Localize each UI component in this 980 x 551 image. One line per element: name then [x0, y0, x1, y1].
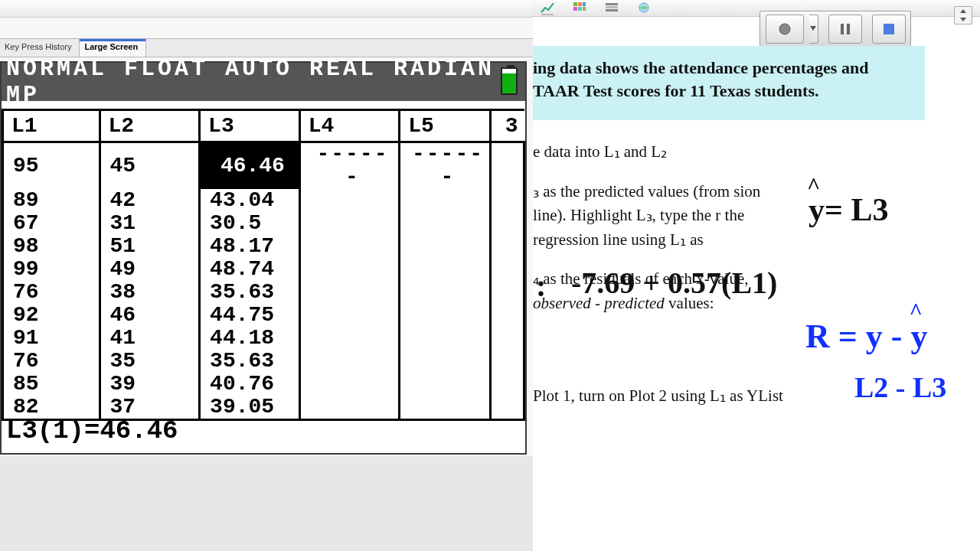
- cell-l3-11[interactable]: 39.05: [200, 396, 300, 420]
- svg-marker-16: [960, 9, 966, 13]
- cell-l3-8[interactable]: 44.18: [200, 327, 300, 350]
- svg-rect-4: [573, 7, 577, 11]
- cell-l4-empty[interactable]: ------: [299, 142, 400, 190]
- cell-l1-9[interactable]: 76: [3, 350, 100, 373]
- cell-l2-5[interactable]: 49: [100, 258, 200, 281]
- cell-l2-4[interactable]: 51: [100, 235, 200, 258]
- emulator-tabs: Key Press History Large Screen: [0, 38, 533, 57]
- col-header-l2[interactable]: L2: [100, 110, 200, 142]
- record-dropdown[interactable]: [809, 15, 818, 44]
- cell-l2-9[interactable]: 35: [100, 350, 200, 373]
- table-icon[interactable]: [605, 2, 619, 15]
- cell-pad: [490, 142, 524, 190]
- step-predicted: ₃ as the predicted values (from sion lin…: [533, 180, 980, 253]
- cell-l5-empty[interactable]: ------: [400, 142, 491, 190]
- status-text: NORMAL FLOAT AUTO REAL RADIAN MP: [6, 56, 525, 108]
- step-enter-data: e data into L₁ and L₂: [533, 140, 980, 165]
- cell-l2-1[interactable]: 45: [100, 142, 200, 190]
- cell-l3-2[interactable]: 43.04: [200, 189, 300, 212]
- cell-l1-2[interactable]: 89: [3, 189, 100, 212]
- handwriting-l2-minus-l3: L2 - L3: [854, 370, 946, 404]
- list-editor-table[interactable]: L1 L2 L3 L4 L5 3 95 45 46.46 ------ ----…: [2, 109, 525, 421]
- handwriting-colon: :: [536, 268, 546, 304]
- col-header-l3[interactable]: L3: [200, 110, 300, 142]
- svg-rect-14: [847, 24, 850, 34]
- cell-l1-6[interactable]: 76: [3, 281, 100, 304]
- handwriting-regression-eq: -7.69 + 0.57(L1): [571, 265, 777, 301]
- window-chrome: [0, 0, 533, 18]
- svg-marker-12: [810, 26, 816, 31]
- col-header-l4[interactable]: L4: [299, 110, 400, 142]
- cell-l3-9[interactable]: 35.63: [200, 350, 300, 373]
- col-header-l1[interactable]: L1: [3, 110, 100, 142]
- cell-l3-6[interactable]: 35.63: [200, 281, 300, 304]
- svg-point-11: [779, 24, 790, 34]
- chart-line-icon[interactable]: [541, 2, 554, 15]
- calc-status-bar: NORMAL FLOAT AUTO REAL RADIAN MP: [2, 63, 525, 101]
- grid-icon[interactable]: [573, 2, 586, 15]
- cell-l1-7[interactable]: 92: [3, 304, 100, 327]
- cell-l3-1-selected[interactable]: 46.46: [200, 142, 300, 190]
- cell-l3-7[interactable]: 44.75: [200, 304, 300, 327]
- cell-l1-10[interactable]: 85: [3, 373, 100, 396]
- cell-l2-6[interactable]: 38: [100, 281, 200, 304]
- cell-l1-1[interactable]: 95: [3, 142, 100, 190]
- lesson-document: ing data shows the attendance percentage…: [533, 46, 980, 551]
- cell-l2-3[interactable]: 31: [100, 212, 200, 235]
- tab-key-press-history[interactable]: Key Press History: [0, 39, 80, 57]
- cell-l3-10[interactable]: 40.76: [200, 373, 300, 396]
- cell-l1-3[interactable]: 67: [3, 212, 100, 235]
- handwriting-yhat-eq-l3: y= L3: [808, 191, 888, 228]
- cell-l2-7[interactable]: 46: [100, 304, 200, 327]
- svg-rect-8: [606, 6, 618, 8]
- col-header-l5[interactable]: L5: [400, 110, 491, 142]
- handwriting-residual-formula: R = y - y: [805, 317, 928, 356]
- calculator-screen: NORMAL FLOAT AUTO REAL RADIAN MP L1 L2 L…: [0, 61, 527, 455]
- battery-icon: [501, 67, 518, 95]
- cell-l2-2[interactable]: 42: [100, 189, 200, 212]
- svg-marker-17: [960, 18, 966, 21]
- record-button[interactable]: [766, 15, 804, 44]
- globe-icon[interactable]: [637, 2, 651, 15]
- svg-rect-5: [578, 7, 582, 11]
- cell-l1-8[interactable]: 91: [3, 327, 100, 350]
- calculator-emulator-pane: Key Press History Large Screen NORMAL FL…: [0, 0, 533, 551]
- cell-l3-3[interactable]: 30.5: [200, 212, 300, 235]
- cell-l2-10[interactable]: 39: [100, 373, 200, 396]
- problem-prompt: ing data shows the attendance percentage…: [533, 46, 925, 120]
- resize-vertical-button[interactable]: [954, 6, 972, 24]
- svg-rect-1: [573, 2, 577, 6]
- stop-button[interactable]: [872, 15, 906, 44]
- tab-large-screen[interactable]: Large Screen: [80, 39, 146, 57]
- document-pane: ing data shows the attendance percentage…: [533, 0, 980, 551]
- svg-rect-15: [884, 24, 894, 34]
- svg-rect-6: [583, 7, 586, 11]
- cell-l1-4[interactable]: 98: [3, 235, 100, 258]
- svg-rect-3: [583, 2, 586, 6]
- cell-l3-5[interactable]: 48.74: [200, 258, 300, 281]
- cell-l1-5[interactable]: 99: [3, 258, 100, 281]
- doc-toolbar: [533, 0, 980, 17]
- prompt-line-2: TAAR Test scores for 11 Texas students.: [533, 81, 818, 100]
- svg-rect-13: [841, 24, 844, 34]
- pause-button[interactable]: [828, 15, 862, 44]
- prompt-line-1: ing data shows the attendance percentage…: [533, 58, 868, 77]
- col-index: 3: [490, 110, 524, 142]
- svg-rect-7: [606, 3, 618, 5]
- svg-rect-9: [606, 9, 618, 11]
- cell-l3-4[interactable]: 48.17: [200, 235, 300, 258]
- emulator-empty-area: [0, 456, 533, 551]
- svg-rect-2: [578, 2, 582, 6]
- entry-line[interactable]: L3(1)=46.46: [6, 416, 178, 445]
- recording-player: [760, 11, 911, 47]
- cell-l2-8[interactable]: 41: [100, 327, 200, 350]
